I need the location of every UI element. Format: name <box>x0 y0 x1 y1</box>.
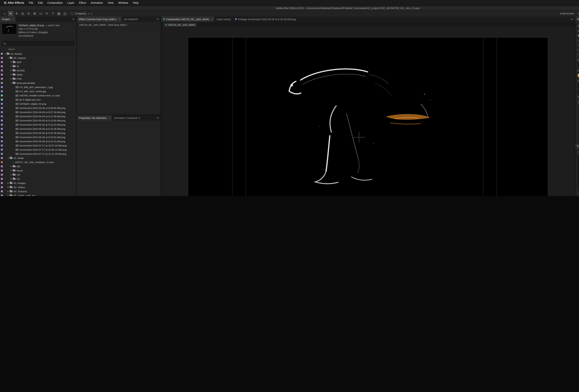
project-item[interactable]: ▶Other <box>0 73 76 77</box>
workspace-small-screen[interactable]: small screen <box>560 12 574 15</box>
project-item[interactable]: ▶BLEND <box>0 68 76 73</box>
shift-value-field[interactable]: 1 <box>578 63 579 67</box>
pen-tool[interactable]: ✎ <box>44 11 50 16</box>
menu-help[interactable]: Help <box>133 1 139 4</box>
project-item[interactable]: 240709_metallic-surface-test_v1.mp4 <box>0 93 76 97</box>
twirl-icon[interactable]: ▼ <box>7 157 9 159</box>
tab-properties[interactable]: Properties: No Selection≡ <box>77 115 112 120</box>
comp-viewer-tab[interactable]: 240716_NC_JetX_MAIN <box>163 22 197 27</box>
twirl-icon[interactable]: ▶ <box>7 195 9 196</box>
apple-icon[interactable]: ⌘ <box>4 1 7 4</box>
selection-tool[interactable]: ↖ <box>8 11 13 16</box>
comp-tab-0[interactable]: Composition 240716_NC_JetX_MAIN≡ <box>161 16 214 22</box>
tab-rift[interactable]: Rift≡ <box>575 16 579 22</box>
label-chip[interactable] <box>1 140 3 142</box>
label-chip[interactable] <box>1 111 3 113</box>
arrange-count-field[interactable]: 15 <box>578 84 579 88</box>
twirl-icon[interactable]: ▶ <box>10 170 12 171</box>
label-chip[interactable] <box>1 128 3 130</box>
project-item[interactable]: ▶PSD <box>0 77 76 81</box>
name-column-header[interactable]: Name <box>8 48 15 50</box>
orbit-camera-tool[interactable]: ↻ <box>26 11 31 16</box>
label-chip[interactable] <box>1 94 3 96</box>
twirl-icon[interactable]: ▶ <box>10 78 12 80</box>
label-chip[interactable] <box>1 61 3 63</box>
label-chip[interactable] <box>1 157 3 159</box>
label-chip[interactable] <box>1 53 3 55</box>
project-item[interactable]: Screenshot 2024-06-26 at 9.07.29 AM.png <box>0 110 76 114</box>
label-chip[interactable] <box>1 124 3 126</box>
project-item[interactable]: Screenshot 2024-06-26 at 9.13.00 AM.png <box>0 118 76 123</box>
label-chip[interactable] <box>1 161 3 163</box>
project-item[interactable]: Screenshot 2024-07-17 at 10.55.12 AM.png <box>0 148 76 152</box>
arrange-in-select[interactable]: In▾ <box>578 89 579 94</box>
project-item[interactable]: ▶VO <box>0 173 76 177</box>
label-chip[interactable] <box>1 120 3 121</box>
twirl-icon[interactable]: ▶ <box>10 165 12 167</box>
footage-caret-icon[interactable]: ▾ <box>46 25 47 27</box>
panel-menu-icon[interactable]: ≡ <box>12 18 13 20</box>
menu-window[interactable]: Window <box>118 1 128 4</box>
menu-layer[interactable]: Layer <box>68 1 74 4</box>
tab-animation-composer[interactable]: Animation Composer 3 <box>112 115 142 120</box>
tab-overflow-icon[interactable]: ≫ <box>156 18 159 21</box>
label-chip[interactable] <box>1 165 3 167</box>
label-chip[interactable] <box>1 149 3 151</box>
brush-tool[interactable]: ▨ <box>56 11 62 16</box>
type-tool[interactable]: T <box>50 11 56 16</box>
workspace-workstation[interactable]: workstation <box>578 12 579 15</box>
project-item[interactable]: 5.0_bild_jetX_adamXpro_1.jpg <box>0 85 76 89</box>
project-item[interactable]: ▶AEP <box>0 60 76 64</box>
label-chip[interactable] <box>1 153 3 155</box>
state-radio-1[interactable]: 1 <box>578 34 579 37</box>
project-item[interactable]: ▼01. Audio <box>0 156 76 160</box>
menu-composition[interactable]: Composition <box>47 1 63 4</box>
project-item[interactable]: Screenshot 2024-07-17 at 11.11.28 AM.png <box>0 152 76 156</box>
label-chip[interactable] <box>1 103 3 105</box>
label-chip[interactable] <box>1 170 3 171</box>
layer-start-icon[interactable]: ▔ <box>578 43 579 47</box>
project-search[interactable] <box>2 41 74 46</box>
project-item[interactable]: ▼01. Assets <box>0 52 76 56</box>
twirl-icon[interactable]: ▼ <box>7 57 9 59</box>
label-chip[interactable] <box>1 90 3 92</box>
label-chip[interactable] <box>1 57 3 59</box>
project-item[interactable]: Screenshot 2024-06-26 at 9.16.20 AM.png <box>0 123 76 127</box>
menu-animation[interactable]: Animation <box>91 1 103 4</box>
snapping-control[interactable]: Snapping ⊿∠ <box>72 12 93 15</box>
snapping-checkbox[interactable] <box>72 12 74 15</box>
label-chip[interactable] <box>1 115 3 117</box>
label-chip[interactable] <box>1 178 3 180</box>
twirl-icon[interactable]: ▶ <box>10 70 12 71</box>
project-item[interactable]: ♪240717_NC_Jetx_mixdown_v1.wav <box>0 160 76 164</box>
tab-flow[interactable]: Flow <box>575 143 579 149</box>
panel-menu-icon[interactable]: ≡ <box>109 117 110 119</box>
project-item[interactable]: jet X digital pro.mov <box>0 97 76 102</box>
menu-effect[interactable]: Effect <box>79 1 86 4</box>
project-item[interactable]: ▶04. Textures <box>0 189 76 193</box>
label-chip[interactable] <box>1 132 3 134</box>
reverse-button[interactable]: ⇋Reverse <box>578 193 579 196</box>
twirl-icon[interactable]: ▶ <box>10 74 12 76</box>
twirl-icon[interactable]: ▼ <box>4 53 6 55</box>
shape-tool[interactable]: ▭ <box>38 11 44 16</box>
project-item[interactable]: ▶Music <box>0 168 76 173</box>
key-align-start-icon[interactable]: ⇤ <box>578 74 579 78</box>
twirl-icon[interactable]: ▶ <box>7 182 9 184</box>
label-chip[interactable] <box>1 145 3 147</box>
composition-viewer[interactable]: Video 3: 3D Animation - die JetX kommt a… <box>161 27 575 196</box>
clone-stamp-tool[interactable]: ◫ <box>62 11 68 16</box>
comp-tab-2[interactable]: Footage Screenshot 2024-06-26 at 9.16.28… <box>233 16 298 22</box>
twirl-icon[interactable]: ▶ <box>10 61 12 63</box>
time-affect-checkbox[interactable] <box>578 54 579 56</box>
tab-overflow[interactable]: ≫ <box>569 16 575 22</box>
label-chip[interactable] <box>1 78 3 80</box>
project-item[interactable]: ▶Mix <box>0 164 76 168</box>
tab-effect-controls[interactable]: Effect Controls Dark Gray Solid 1≡ <box>77 16 122 22</box>
project-item[interactable]: ▶03. Videos <box>0 185 76 189</box>
twirl-icon[interactable]: ▶ <box>7 186 9 188</box>
pan-behind-tool[interactable]: ⊞ <box>32 11 38 16</box>
label-chip[interactable] <box>1 174 3 176</box>
flow-home-icon[interactable]: ⌂ <box>578 150 579 153</box>
panel-menu-icon[interactable]: ≡ <box>211 18 212 20</box>
